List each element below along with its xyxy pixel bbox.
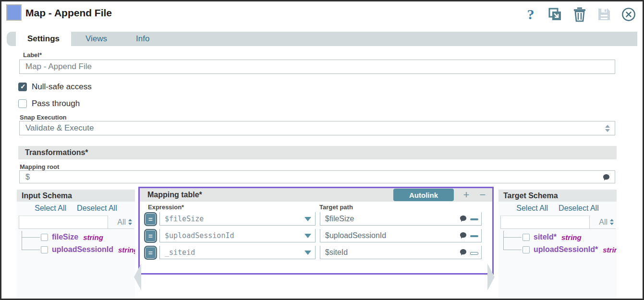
autolink-button[interactable]: Autolink [393, 189, 454, 201]
target-uploadsessionid-checkbox[interactable] [522, 246, 530, 253]
comment-bubble-icon[interactable] [460, 232, 467, 239]
target-schema-tree: siteId* string uploadSessionId* string [498, 231, 617, 256]
mapping-table-header: Mapping table* Autolink + − [140, 188, 492, 202]
input-field-uploadsessionid: uploadSessionId string [17, 243, 135, 256]
target-path-input[interactable]: $uploadSessionId [320, 229, 482, 242]
mapping-table: Mapping table* Autolink + − Expression* … [138, 187, 494, 275]
target-field-siteid: siteId* string [498, 231, 617, 243]
mapping-row: = $uploadSessionId $uploadSessionId [140, 229, 492, 246]
input-deselect-all-link[interactable]: Deselect All [77, 204, 117, 213]
filter-spinner-icon [128, 219, 132, 225]
collapse-left-icon[interactable] [134, 264, 141, 290]
input-filesize-checkbox[interactable] [41, 234, 48, 241]
pass-through-checkbox[interactable] [18, 99, 27, 108]
delete-icon[interactable] [572, 6, 587, 23]
target-path-input[interactable]: $siteId [320, 246, 482, 259]
add-row-button[interactable]: + [460, 188, 473, 202]
expression-input[interactable]: $uploadSessionId [159, 229, 316, 242]
remove-row-button[interactable]: − [476, 188, 489, 202]
close-icon[interactable] [621, 6, 636, 23]
snap-execution-select[interactable]: Validate & Execute [19, 121, 615, 135]
mapping-row: = $fileSize $fileSize [140, 212, 492, 229]
mapping-root-value: $ [25, 173, 30, 181]
chevron-down-icon[interactable] [304, 251, 311, 255]
null-safe-label: Null-safe access [32, 82, 92, 92]
target-path-input[interactable]: $fileSize [320, 212, 482, 226]
filter-spinner-icon [610, 219, 614, 225]
input-uploadsessionid-checkbox[interactable] [41, 246, 48, 253]
target-field-uploadsessionid: uploadSessionId* string [498, 243, 617, 256]
input-schema-panel: Input Schema Select All Deselect All All… [17, 190, 135, 299]
snap-execution-label: Snap Execution [20, 114, 67, 121]
target-schema-filter[interactable]: All [590, 216, 616, 229]
input-schema-tree: fileSize string uploadSessionId string [17, 231, 135, 256]
target-schema-search[interactable] [500, 216, 590, 229]
comment-bubble-icon[interactable] [460, 249, 467, 256]
tab-info[interactable]: Info [122, 32, 164, 46]
mapping-root-label: Mapping root [20, 163, 59, 170]
target-schema-panel: Target Schema Select All Deselect All Al… [498, 190, 617, 299]
pass-through-label: Pass through [32, 99, 80, 108]
select-spinner-icon[interactable] [605, 125, 610, 132]
delete-row-icon[interactable] [470, 252, 478, 255]
delete-row-icon[interactable] [470, 218, 478, 220]
input-schema-filter[interactable]: All [108, 216, 134, 229]
snap-execution-value: Validate & Execute [25, 123, 94, 133]
expression-bubble-icon[interactable] [603, 174, 610, 181]
schema-mapping-area: Input Schema Select All Deselect All All… [1, 187, 643, 299]
target-deselect-all-link[interactable]: Deselect All [559, 204, 599, 213]
chevron-down-icon[interactable] [304, 217, 311, 221]
target-siteid-checkbox[interactable] [522, 234, 530, 241]
chevron-down-icon[interactable] [304, 234, 311, 238]
snap-icon [6, 4, 22, 21]
help-icon[interactable]: ? [523, 6, 538, 23]
expression-toggle-button[interactable]: = [144, 212, 157, 226]
expression-column-header: Expression* [148, 204, 184, 211]
tab-settings[interactable]: Settings [16, 32, 71, 46]
target-path-column-header: Target path [319, 204, 353, 211]
delete-row-icon[interactable] [470, 235, 478, 237]
label-input[interactable]: Map - Append File [19, 60, 615, 74]
collapse-right-icon[interactable] [487, 264, 495, 290]
input-field-filesize: fileSize string [17, 231, 135, 243]
comment-bubble-icon[interactable] [460, 215, 467, 222]
null-safe-access-row[interactable]: Null-safe access [18, 82, 92, 92]
target-select-all-link[interactable]: Select All [516, 204, 548, 213]
expression-input[interactable]: _siteid [159, 246, 316, 259]
dialog-title: Map - Append File [25, 7, 112, 19]
tab-views[interactable]: Views [71, 32, 122, 46]
label-field-label: Label* [23, 51, 42, 59]
expression-toggle-button[interactable]: = [144, 246, 157, 260]
null-safe-checkbox[interactable] [18, 83, 27, 91]
label-input-value: Map - Append File [25, 62, 92, 72]
target-schema-header: Target Schema [498, 190, 617, 202]
titlebar: Map - Append File ? [1, 1, 643, 28]
input-schema-header: Input Schema [17, 190, 135, 202]
transformations-header: Transformations* [18, 146, 617, 159]
expression-toggle-button[interactable]: = [144, 229, 157, 243]
expression-input[interactable]: $fileSize [159, 212, 316, 226]
input-schema-search[interactable] [19, 216, 108, 229]
popout-icon[interactable] [548, 6, 562, 23]
save-icon[interactable] [597, 6, 611, 23]
snap-settings-dialog: Map - Append File ? [0, 0, 644, 300]
mapping-root-input[interactable]: $ [19, 170, 615, 183]
input-select-all-link[interactable]: Select All [35, 204, 66, 213]
pass-through-row[interactable]: Pass through [18, 99, 80, 108]
tab-bar: Settings Views Info [7, 32, 637, 46]
mapping-row: = _siteid $siteId [140, 246, 492, 263]
